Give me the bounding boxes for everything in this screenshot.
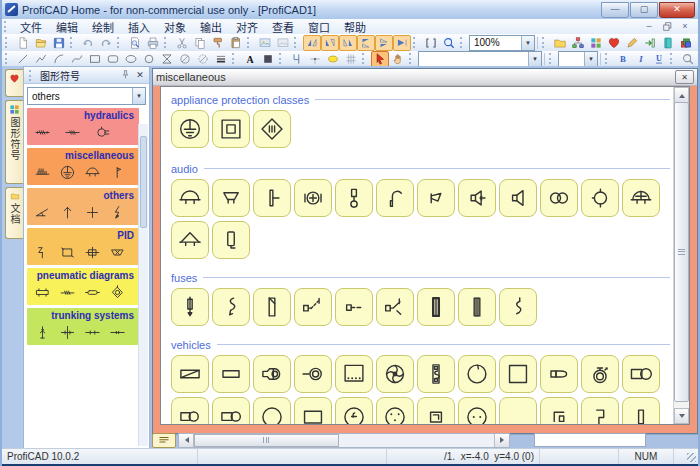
- symbol-frequency-meter[interactable]: [335, 397, 373, 424]
- symbol-duct-line2[interactable]: [109, 324, 126, 341]
- open-icon[interactable]: [32, 35, 50, 51]
- symbols-edit-icon[interactable]: [623, 35, 641, 51]
- symbol-telephone-receiver[interactable]: [581, 179, 619, 217]
- flip-horizontal-icon[interactable]: [321, 35, 339, 51]
- close-button[interactable]: ✕: [659, 2, 695, 18]
- text-icon[interactable]: A: [241, 51, 259, 67]
- symbol-starter-motor[interactable]: [540, 355, 578, 393]
- menu-4[interactable]: 插入: [121, 19, 157, 35]
- symbol-class2[interactable]: [212, 110, 250, 148]
- scroll-left-button[interactable]: [179, 434, 194, 447]
- line-icon[interactable]: [14, 51, 32, 67]
- notebook-icon[interactable]: [659, 35, 677, 51]
- font-select[interactable]: ▼: [418, 51, 542, 67]
- category-trunking-systems[interactable]: trunking systems: [27, 308, 139, 345]
- tab-favorites[interactable]: [5, 69, 23, 97]
- bold-icon[interactable]: B: [614, 51, 632, 67]
- symbol-pneu-cylinder[interactable]: [34, 284, 51, 301]
- paste-icon[interactable]: [227, 35, 245, 51]
- panel-scrollbar[interactable]: [138, 124, 148, 446]
- symbols-export-icon[interactable]: [641, 35, 659, 51]
- underline-icon[interactable]: U: [650, 51, 668, 67]
- symbol-coupler-a[interactable]: [171, 397, 209, 424]
- circle-icon[interactable]: [140, 51, 158, 67]
- category-pneumatic-diagrams[interactable]: pneumatic diagrams: [27, 268, 139, 305]
- scroll-thumb[interactable]: [674, 102, 689, 402]
- polyline-icon[interactable]: [32, 51, 50, 67]
- symbol-headphones[interactable]: [540, 179, 578, 217]
- save-icon[interactable]: [50, 35, 68, 51]
- symbol-terminal-strip[interactable]: [34, 164, 51, 181]
- symbol-l-profile[interactable]: [581, 397, 619, 424]
- symbol-distributor[interactable]: [376, 397, 414, 424]
- symbol-pneu-diamond[interactable]: [109, 284, 126, 301]
- rotate-right-icon[interactable]: [339, 35, 357, 51]
- symbol-duct-cross[interactable]: [59, 324, 76, 341]
- symbol-earth-class1[interactable]: [171, 110, 209, 148]
- symbol-generator[interactable]: [622, 355, 660, 393]
- picture-icon[interactable]: [256, 35, 274, 51]
- pointer-icon[interactable]: [371, 51, 389, 67]
- symbol-microphone-circle[interactable]: [294, 179, 332, 217]
- symbol-mast[interactable]: [34, 324, 51, 341]
- menu-5[interactable]: 对象: [157, 19, 193, 35]
- symbol-bracket-box[interactable]: [540, 397, 578, 424]
- symbol-filter-a[interactable]: [34, 124, 51, 141]
- symbol-pillar[interactable]: [622, 397, 660, 424]
- symbol-buzzer[interactable]: [84, 164, 101, 181]
- tab-documents[interactable]: 文档: [5, 187, 23, 239]
- rounded-rectangle-icon[interactable]: [104, 51, 122, 67]
- zoom-format-icon[interactable]: [679, 51, 697, 67]
- symbol-fuse-holder[interactable]: [335, 288, 373, 326]
- symbol-clock[interactable]: [458, 355, 496, 393]
- symbol-relay-box[interactable]: [417, 397, 455, 424]
- no-fill-icon[interactable]: [176, 51, 194, 67]
- menu-2[interactable]: 编辑: [49, 19, 85, 35]
- tab-symbols[interactable]: 图形符号: [5, 100, 23, 184]
- page-list-button[interactable]: [152, 433, 176, 448]
- vertical-scrollbar[interactable]: [673, 87, 689, 424]
- symbol-angle-arrow[interactable]: [34, 204, 51, 221]
- picture-frame-icon[interactable]: [274, 35, 292, 51]
- rotate-left-icon[interactable]: [303, 35, 321, 51]
- undo-icon[interactable]: [79, 35, 97, 51]
- redo-icon[interactable]: [97, 35, 115, 51]
- no-outline-icon[interactable]: [194, 51, 212, 67]
- hatch-icon[interactable]: [342, 51, 360, 67]
- symbol-pid-zigzag[interactable]: [34, 244, 51, 261]
- symbol-arrow-up[interactable]: [59, 204, 76, 221]
- symbol-dashboard-panel[interactable]: [171, 355, 209, 393]
- menu-8[interactable]: 查看: [265, 19, 301, 35]
- fit-page-icon[interactable]: [422, 35, 440, 51]
- print-icon[interactable]: [144, 35, 162, 51]
- symbol-filter-b[interactable]: [64, 124, 81, 141]
- symbol-coupler-b[interactable]: [212, 397, 250, 424]
- symbol-tachograph[interactable]: [581, 355, 619, 393]
- document-titlebar[interactable]: miscellaneous ✕: [153, 69, 697, 86]
- symbol-fuse-striker[interactable]: [212, 288, 250, 326]
- hscroll-thumb[interactable]: [194, 434, 339, 447]
- menu-3[interactable]: 绘制: [85, 19, 121, 35]
- symbol-buzzer-cross[interactable]: [622, 179, 660, 217]
- category-PID[interactable]: PID: [27, 228, 139, 265]
- symbol-fuse[interactable]: [171, 288, 209, 326]
- category-miscellaneous[interactable]: miscellaneous: [27, 148, 139, 185]
- zoom-level-select[interactable]: 100%▼: [469, 35, 535, 51]
- symbol-fuse-bold[interactable]: [417, 288, 455, 326]
- favorites-heart-icon[interactable]: [605, 35, 623, 51]
- symbol-junction-box[interactable]: [499, 355, 537, 393]
- polygon-icon[interactable]: [158, 51, 176, 67]
- maximize-button[interactable]: ▢: [630, 2, 658, 18]
- symbol-panel-box[interactable]: [294, 397, 332, 424]
- symbol-group-select[interactable]: others ▼: [27, 87, 146, 105]
- symbol-flag[interactable]: [109, 164, 126, 181]
- symbol-microphone-plate[interactable]: [253, 179, 291, 217]
- label-ellipse-icon[interactable]: [324, 51, 342, 67]
- mirror-horizontal-icon[interactable]: [375, 35, 393, 51]
- symbol-earth-class1[interactable]: [59, 164, 76, 181]
- symbol-fuse-double[interactable]: [458, 288, 496, 326]
- symbol-gauge-large[interactable]: [253, 397, 291, 424]
- window-grid-icon[interactable]: [695, 35, 698, 51]
- symbol-fuse-breaker[interactable]: [253, 288, 291, 326]
- symbol-fuse-switch[interactable]: [376, 288, 414, 326]
